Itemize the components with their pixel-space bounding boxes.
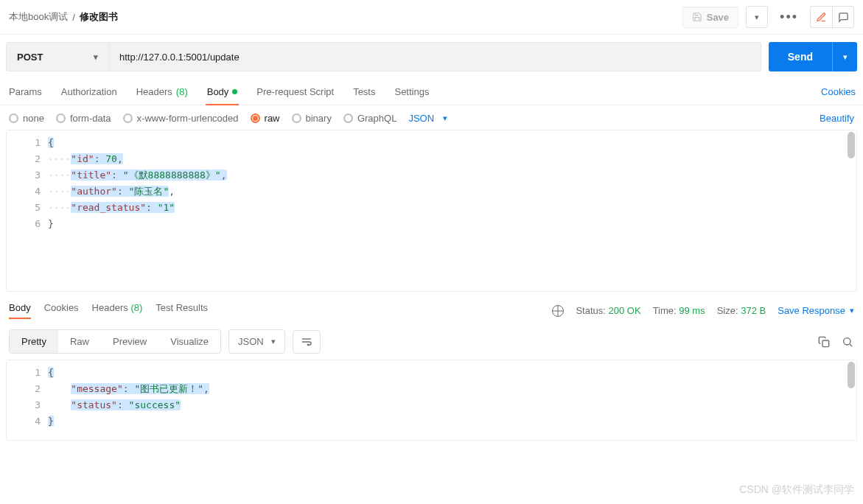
code-token: "success": [129, 399, 181, 410]
line-number: 4: [11, 183, 41, 200]
save-dropdown-button[interactable]: ▾: [746, 6, 768, 28]
response-body-editor[interactable]: 1 2 3 4 { "message": "图书已更新！", "status":…: [6, 360, 857, 441]
seg-pretty[interactable]: Pretty: [10, 330, 58, 353]
meta-value: 372 B: [741, 305, 766, 316]
radio-raw[interactable]: raw: [251, 113, 280, 124]
line-gutter: 1 2 3 4: [7, 360, 48, 440]
line-number: 3: [11, 167, 41, 183]
save-response-button[interactable]: Save Response▾: [778, 305, 854, 316]
code-area[interactable]: { "message": "图书已更新！", "status": "succes…: [48, 360, 856, 440]
url-input[interactable]: http://127.0.0.1:5001/update: [109, 42, 761, 71]
wrap-icon: [301, 336, 312, 348]
resp-tab-cookies[interactable]: Cookies: [44, 302, 79, 319]
code-token: 70: [105, 153, 117, 164]
more-options-button[interactable]: •••: [775, 10, 803, 25]
send-button[interactable]: Send ▾: [769, 42, 857, 71]
comment-icon-button[interactable]: [832, 6, 854, 28]
resp-tab-body[interactable]: Body: [9, 302, 31, 319]
tab-label: Headers: [92, 302, 128, 313]
radio-label: x-www-form-urlencoded: [137, 113, 239, 124]
code-token: "title": [71, 169, 111, 181]
edit-icon-button[interactable]: [810, 6, 832, 28]
line-number: 1: [11, 365, 41, 381]
radio-xwww[interactable]: x-www-form-urlencoded: [123, 113, 239, 124]
body-type-radios: none form-data x-www-form-urlencoded raw…: [9, 113, 396, 124]
view-mode-segment: Pretty Raw Preview Visualize: [9, 329, 221, 354]
send-dropdown[interactable]: ▾: [832, 42, 857, 71]
radio-icon: [343, 113, 353, 123]
code-token: }: [48, 416, 54, 427]
code-token: "id": [71, 153, 94, 164]
code-token: :: [94, 153, 106, 164]
svg-line-3: [850, 344, 852, 346]
seg-preview[interactable]: Preview: [101, 330, 158, 353]
response-meta: Status: 200 OK Time: 99 ms Size: 372 B S…: [552, 305, 854, 317]
code-token: "status": [71, 399, 117, 410]
search-icon-button[interactable]: [841, 335, 854, 349]
code-token: "1": [158, 202, 175, 213]
svg-rect-1: [822, 340, 829, 347]
code-token: :: [123, 383, 135, 394]
radio-icon: [292, 113, 301, 123]
tab-tests[interactable]: Tests: [352, 79, 377, 105]
globe-icon[interactable]: [552, 305, 564, 317]
tab-label: Authorization: [61, 86, 117, 97]
radio-graphql[interactable]: GraphQL: [343, 113, 396, 124]
time-meta: Time: 99 ms: [653, 305, 705, 316]
tab-body[interactable]: Body: [206, 79, 240, 105]
seg-visualize[interactable]: Visualize: [158, 330, 220, 353]
line-number: 2: [11, 151, 41, 167]
tab-settings[interactable]: Settings: [393, 79, 430, 105]
code-area[interactable]: { ····"id": 70, ····"title": "《默88888888…: [48, 130, 856, 291]
tab-params[interactable]: Params: [7, 79, 43, 105]
resp-tab-headers[interactable]: Headers (8): [92, 302, 143, 319]
breadcrumb-current[interactable]: 修改图书: [80, 10, 118, 24]
tab-prerequest[interactable]: Pre-request Script: [255, 79, 335, 105]
code-token: "read_status": [71, 202, 146, 213]
request-body-editor[interactable]: 1 2 3 4 5 6 { ····"id": 70, ····"title":…: [6, 130, 857, 292]
cookies-link[interactable]: Cookies: [821, 86, 856, 97]
response-format-select[interactable]: JSON ▾: [228, 329, 285, 354]
code-token: :: [117, 399, 129, 410]
tab-authorization[interactable]: Authorization: [60, 79, 119, 105]
save-button[interactable]: Save: [682, 7, 738, 28]
seg-raw[interactable]: Raw: [58, 330, 101, 353]
method-value: POST: [17, 52, 43, 63]
radio-label: form-data: [70, 113, 111, 124]
radio-binary[interactable]: binary: [292, 113, 332, 124]
body-format-select[interactable]: JSON ▾: [408, 113, 447, 124]
format-label: JSON: [238, 336, 264, 347]
scrollbar-thumb[interactable]: [848, 132, 855, 158]
request-tabs-row: Params Authorization Headers (8) Body Pr…: [0, 79, 863, 105]
chevron-down-icon: ▾: [94, 52, 98, 62]
code-token: "《默8888888888》": [123, 169, 221, 181]
code-token: "陈玉名": [129, 186, 170, 197]
radio-formdata[interactable]: form-data: [56, 113, 111, 124]
tab-label: Headers: [136, 86, 172, 97]
code-token: {: [48, 367, 54, 378]
wrap-toggle[interactable]: [293, 330, 321, 354]
copy-icon-button[interactable]: [817, 335, 831, 349]
request-row: POST ▾ http://127.0.0.1:5001/update Send…: [0, 35, 863, 79]
chevron-down-icon: ▾: [271, 337, 276, 346]
code-token: ,: [169, 186, 175, 197]
chevron-down-icon: ▾: [443, 113, 447, 123]
radio-label: raw: [265, 113, 280, 124]
method-select[interactable]: POST ▾: [6, 42, 109, 71]
save-label: Save: [707, 12, 729, 23]
scrollbar-thumb[interactable]: [848, 362, 855, 388]
line-number: 1: [11, 135, 41, 151]
radio-label: none: [23, 113, 44, 124]
pencil-icon: [816, 12, 827, 23]
breadcrumb-parent[interactable]: 本地book调试: [9, 10, 68, 24]
save-response-label: Save Response: [778, 305, 845, 316]
tab-headers[interactable]: Headers (8): [135, 79, 189, 105]
radio-none[interactable]: none: [9, 113, 44, 124]
beautify-link[interactable]: Beautify: [820, 113, 854, 124]
radio-label: binary: [306, 113, 332, 124]
resp-tab-testresults[interactable]: Test Results: [156, 302, 208, 319]
line-number: 2: [11, 381, 41, 397]
code-token: {: [48, 137, 54, 148]
breadcrumb-sep: /: [72, 12, 75, 23]
send-label: Send: [769, 42, 832, 71]
